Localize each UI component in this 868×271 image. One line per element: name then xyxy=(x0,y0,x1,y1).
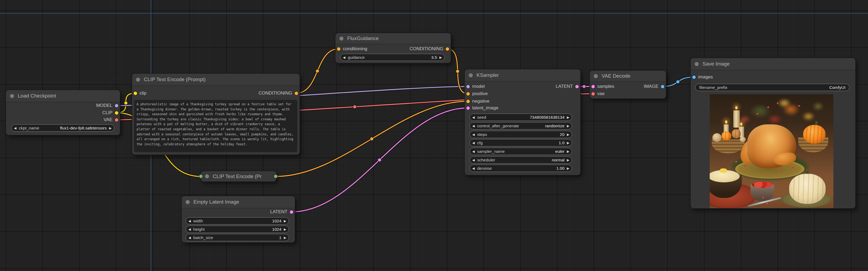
scheduler-widget[interactable]: ◀ scheduler normal ▶ xyxy=(470,156,572,164)
batch-size-widget[interactable]: ◀ batch_size 1 ▶ xyxy=(186,234,289,241)
increment-arrow-icon[interactable]: ▶ xyxy=(564,116,572,119)
link-wire[interactable] xyxy=(291,108,468,212)
width-widget[interactable]: ◀ width 1024 ▶ xyxy=(186,217,289,224)
collapsed-output-port[interactable] xyxy=(274,174,277,178)
latent-output-port[interactable] xyxy=(575,85,579,88)
increment-arrow-icon[interactable]: ▶ xyxy=(564,141,572,144)
link-midpoint-dot[interactable] xyxy=(353,105,356,109)
increment-arrow-icon[interactable]: ▶ xyxy=(564,133,572,136)
node-status-dot-icon xyxy=(205,174,209,178)
decrement-arrow-icon[interactable]: ◀ xyxy=(470,159,477,162)
decrement-arrow-icon[interactable]: ◀ xyxy=(11,127,19,130)
node-title: Empty Latent Image xyxy=(193,199,239,205)
node-status-dot-icon xyxy=(136,78,140,82)
decrement-arrow-icon[interactable]: ◀ xyxy=(470,141,477,144)
node-clip-text-encode-negative-collapsed[interactable]: CLIP Text Encode (Pr xyxy=(201,171,276,182)
link-wire[interactable] xyxy=(662,77,694,86)
increment-arrow-icon[interactable]: ▶ xyxy=(281,219,289,223)
decrement-arrow-icon[interactable]: ◀ xyxy=(470,116,477,119)
images-input-port[interactable] xyxy=(692,76,696,79)
increment-arrow-icon[interactable]: ▶ xyxy=(564,159,572,162)
link-wire[interactable] xyxy=(276,101,468,177)
clip-output-port[interactable] xyxy=(115,111,118,115)
link-wire-outline xyxy=(662,77,694,86)
decrement-arrow-icon[interactable]: ◀ xyxy=(470,167,477,170)
vae-input-port[interactable] xyxy=(591,92,595,96)
height-widget[interactable]: ◀ height 1024 ▶ xyxy=(186,226,289,233)
negative-input-port[interactable] xyxy=(466,100,470,103)
node-titlebar[interactable]: Save Image xyxy=(691,58,856,71)
prompt-text-area[interactable]: A photorealistic image of a Thanksgiving… xyxy=(134,100,297,152)
latent-image-input-port[interactable] xyxy=(466,106,470,110)
node-title: VAE Decode xyxy=(601,73,630,79)
cfg-widget[interactable]: ◀ cfg 1.0 ▶ xyxy=(470,139,572,146)
decrement-arrow-icon[interactable]: ◀ xyxy=(470,133,477,136)
link-midpoint-dot[interactable] xyxy=(378,158,381,162)
increment-arrow-icon[interactable]: ▶ xyxy=(107,127,114,130)
drumstick-bone xyxy=(740,137,746,142)
small-pumpkin xyxy=(732,129,741,138)
seed-widget[interactable]: ◀ seed 734809581638134 ▶ xyxy=(470,114,572,121)
link-midpoint-dot[interactable] xyxy=(124,101,128,105)
link-midpoint-dot[interactable] xyxy=(316,69,319,73)
latent-output-port[interactable] xyxy=(290,210,293,214)
image-output-port[interactable] xyxy=(661,85,664,88)
node-titlebar[interactable]: FluxGuidance xyxy=(335,33,451,44)
link-midpoint-dot[interactable] xyxy=(676,80,680,84)
link-wire-outline xyxy=(291,108,468,212)
increment-arrow-icon[interactable]: ▶ xyxy=(281,236,289,239)
output-slot-vae: VAE xyxy=(6,116,120,123)
sampler-name-widget[interactable]: ◀ sampler_name euler ▶ xyxy=(470,148,572,155)
node-clip-text-encode[interactable]: CLIP Text Encode (Prompt) clip CONDITION… xyxy=(132,74,300,155)
node-empty-latent-image[interactable]: Empty Latent Image LATENT ◀ width 1024 ▶… xyxy=(182,196,295,243)
node-flux-guidance[interactable]: FluxGuidance conditioning CONDITIONING ◀… xyxy=(335,33,451,63)
model-output-port[interactable] xyxy=(115,104,118,107)
decrement-arrow-icon[interactable]: ◀ xyxy=(340,56,348,59)
conditioning-output-port[interactable] xyxy=(446,47,449,51)
increment-arrow-icon[interactable]: ▶ xyxy=(564,150,572,153)
node-load-checkpoint[interactable]: Load Checkpoint MODEL CLIP VAE ◀ ckpt_na… xyxy=(6,90,120,135)
filename-prefix-widget[interactable]: filename_prefix ComfyUI xyxy=(695,84,849,91)
link-midpoint-dot[interactable] xyxy=(456,70,459,73)
node-titlebar[interactable]: Load Checkpoint xyxy=(6,90,120,102)
link-midpoint-dot[interactable] xyxy=(370,137,373,141)
increment-arrow-icon[interactable]: ▶ xyxy=(281,228,289,231)
input-slot-negative: negative xyxy=(465,98,580,105)
control-after-generate-widget[interactable]: ◀ control_after_generate randomize ▶ xyxy=(470,122,572,130)
vae-output-port[interactable] xyxy=(115,118,118,122)
node-save-image[interactable]: Save Image images filename_prefix ComfyU… xyxy=(691,58,856,209)
node-graph-canvas[interactable]: Load Checkpoint MODEL CLIP VAE ◀ ckpt_na… xyxy=(0,0,868,271)
decrement-arrow-icon[interactable]: ◀ xyxy=(470,124,477,128)
node-vae-decode[interactable]: VAE Decode samples vae IMAGE xyxy=(590,71,666,99)
collapsed-input-port[interactable] xyxy=(199,174,203,178)
positive-input-port[interactable] xyxy=(466,92,470,96)
decrement-arrow-icon[interactable]: ◀ xyxy=(186,219,193,223)
conditioning-output-port[interactable] xyxy=(294,91,298,95)
decrement-arrow-icon[interactable]: ◀ xyxy=(186,236,193,239)
node-titlebar[interactable]: CLIP Text Encode (Prompt) xyxy=(132,74,300,86)
link-wire-outline xyxy=(296,49,339,93)
increment-arrow-icon[interactable]: ▶ xyxy=(564,167,572,170)
guidance-widget[interactable]: ◀ guidance 3.5 ▶ xyxy=(340,54,444,61)
butter-pat xyxy=(720,168,727,173)
node-title: FluxGuidance xyxy=(347,35,379,42)
node-ksampler[interactable]: KSampler model positive negative latent_… xyxy=(465,69,580,175)
node-titlebar[interactable]: VAE Decode xyxy=(590,71,666,82)
denoise-widget[interactable]: ◀ denoise 1.00 ▶ xyxy=(470,165,572,172)
ckpt-name-widget[interactable]: ◀ ckpt_name flux1-dev-fp8.safetensors ▶ xyxy=(11,124,114,132)
link-midpoint-dot[interactable] xyxy=(582,85,586,88)
node-status-dot-icon xyxy=(594,74,598,78)
increment-arrow-icon[interactable]: ▶ xyxy=(564,124,572,128)
steps-widget[interactable]: ◀ steps 20 ▶ xyxy=(470,131,572,138)
decrement-arrow-icon[interactable]: ◀ xyxy=(470,150,477,153)
orange-pumpkin xyxy=(803,125,826,144)
increment-arrow-icon[interactable]: ▶ xyxy=(437,56,444,59)
node-titlebar[interactable]: Empty Latent Image xyxy=(182,196,295,209)
node-status-dot-icon xyxy=(10,94,14,98)
decrement-arrow-icon[interactable]: ◀ xyxy=(186,228,193,231)
node-title: KSampler xyxy=(476,72,499,78)
small-pumpkin xyxy=(721,131,731,140)
node-titlebar[interactable]: KSampler xyxy=(465,69,580,82)
link-wire[interactable] xyxy=(296,49,339,93)
link-wire-outline xyxy=(276,101,468,177)
